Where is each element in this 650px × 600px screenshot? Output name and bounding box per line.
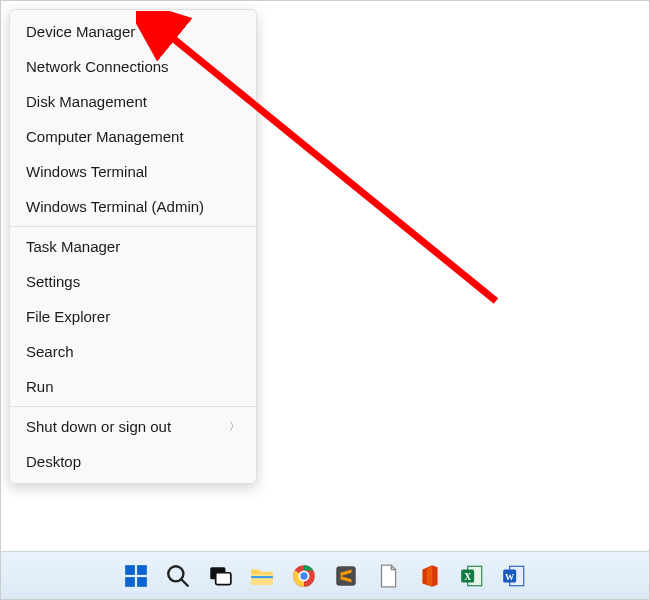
taskbar-file-explorer[interactable] xyxy=(247,561,277,591)
svg-rect-5 xyxy=(137,577,147,587)
menu-item-label: Windows Terminal (Admin) xyxy=(26,198,204,215)
windows-logo-icon xyxy=(123,563,149,589)
svg-rect-4 xyxy=(125,577,135,587)
menu-item-shut-down-or-sign-out[interactable]: Shut down or sign out 〉 xyxy=(10,409,256,444)
menu-item-search[interactable]: Search xyxy=(10,334,256,369)
folder-icon xyxy=(249,563,275,589)
menu-item-label: Computer Management xyxy=(26,128,184,145)
menu-item-file-explorer[interactable]: File Explorer xyxy=(10,299,256,334)
svg-text:X: X xyxy=(464,570,471,581)
menu-item-label: Disk Management xyxy=(26,93,147,110)
menu-item-label: Desktop xyxy=(26,453,81,470)
menu-item-device-manager[interactable]: Device Manager xyxy=(10,14,256,49)
start-button[interactable] xyxy=(121,561,151,591)
menu-item-label: Network Connections xyxy=(26,58,169,75)
taskbar-office[interactable] xyxy=(415,561,445,591)
excel-icon: X xyxy=(459,563,485,589)
svg-rect-11 xyxy=(251,576,273,578)
word-icon: W xyxy=(501,563,527,589)
menu-separator xyxy=(10,406,256,407)
taskbar-excel[interactable]: X xyxy=(457,561,487,591)
menu-item-task-manager[interactable]: Task Manager xyxy=(10,229,256,264)
taskbar: X W xyxy=(1,551,649,599)
sublime-icon xyxy=(333,563,359,589)
svg-rect-15 xyxy=(336,566,356,586)
menu-item-label: Windows Terminal xyxy=(26,163,147,180)
office-icon xyxy=(417,563,443,589)
menu-item-windows-terminal-admin[interactable]: Windows Terminal (Admin) xyxy=(10,189,256,224)
menu-item-network-connections[interactable]: Network Connections xyxy=(10,49,256,84)
chevron-right-icon: 〉 xyxy=(229,419,240,434)
menu-separator xyxy=(10,226,256,227)
taskbar-notepad[interactable] xyxy=(373,561,403,591)
menu-item-desktop[interactable]: Desktop xyxy=(10,444,256,479)
menu-item-settings[interactable]: Settings xyxy=(10,264,256,299)
menu-item-label: Settings xyxy=(26,273,80,290)
menu-item-label: Search xyxy=(26,343,74,360)
taskbar-chrome[interactable] xyxy=(289,561,319,591)
task-view-icon xyxy=(207,563,233,589)
search-icon xyxy=(165,563,191,589)
menu-item-label: Task Manager xyxy=(26,238,120,255)
svg-line-7 xyxy=(181,579,188,586)
svg-point-14 xyxy=(300,572,307,579)
svg-rect-3 xyxy=(137,565,147,575)
taskbar-sublime[interactable] xyxy=(331,561,361,591)
taskbar-search[interactable] xyxy=(163,561,193,591)
svg-rect-9 xyxy=(216,572,231,584)
menu-item-label: Device Manager xyxy=(26,23,135,40)
menu-item-label: Shut down or sign out xyxy=(26,418,171,435)
svg-rect-10 xyxy=(251,573,273,584)
chrome-icon xyxy=(291,563,317,589)
menu-item-label: File Explorer xyxy=(26,308,110,325)
menu-item-label: Run xyxy=(26,378,54,395)
menu-item-computer-management[interactable]: Computer Management xyxy=(10,119,256,154)
document-icon xyxy=(375,563,401,589)
svg-text:W: W xyxy=(505,571,515,581)
menu-item-run[interactable]: Run xyxy=(10,369,256,404)
svg-rect-2 xyxy=(125,565,135,575)
taskbar-word[interactable]: W xyxy=(499,561,529,591)
menu-item-disk-management[interactable]: Disk Management xyxy=(10,84,256,119)
menu-item-windows-terminal[interactable]: Windows Terminal xyxy=(10,154,256,189)
winx-context-menu: Device Manager Network Connections Disk … xyxy=(9,9,257,484)
taskbar-task-view[interactable] xyxy=(205,561,235,591)
